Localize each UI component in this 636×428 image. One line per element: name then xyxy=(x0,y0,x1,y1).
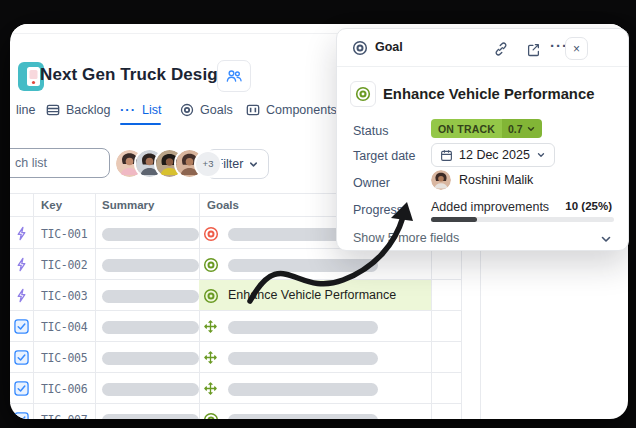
owner-value[interactable]: Roshini Malik xyxy=(431,170,533,190)
issue-key[interactable]: TIC-001 xyxy=(41,227,87,241)
goal-placeholder xyxy=(228,414,378,420)
goal-icon xyxy=(203,319,219,335)
open-in-new-icon[interactable] xyxy=(523,39,543,59)
summary-placeholder xyxy=(102,383,199,396)
tab-goals-label: Goals xyxy=(200,103,233,117)
components-icon xyxy=(246,103,260,117)
avatar xyxy=(431,170,451,190)
table-row[interactable]: TIC-002 xyxy=(10,249,461,280)
goal-placeholder xyxy=(228,259,378,272)
goal-icon-box xyxy=(350,81,376,107)
table-row[interactable]: TIC-006 xyxy=(10,373,461,404)
goal-title: Enhance Vehicle Performance xyxy=(383,81,594,107)
avatar-group[interactable]: +3 xyxy=(116,150,220,177)
progress-label: Progress xyxy=(353,203,403,217)
issue-key[interactable]: TIC-004 xyxy=(41,320,87,334)
table-row[interactable]: TIC-003 Enhance Vehicle Performance xyxy=(10,280,461,311)
issue-type-icon xyxy=(14,412,30,419)
goal-target-icon xyxy=(180,103,194,117)
goal-placeholder xyxy=(228,383,378,396)
popup-type-label: Goal xyxy=(375,40,403,54)
summary-placeholder xyxy=(102,352,199,365)
list-icon: ··· xyxy=(120,102,136,117)
progress-bar xyxy=(431,217,614,222)
issue-type-icon xyxy=(14,350,30,366)
issue-type-icon xyxy=(14,381,30,397)
search-input[interactable]: ch list xyxy=(10,148,110,178)
owner-name: Roshini Malik xyxy=(459,173,533,187)
tab-goals[interactable]: Goals xyxy=(180,98,233,122)
summary-placeholder xyxy=(102,259,199,272)
issue-type-icon xyxy=(14,319,30,335)
calendar-icon xyxy=(440,149,453,162)
column-header-summary[interactable]: Summary xyxy=(102,199,154,211)
issue-type-icon xyxy=(14,257,30,273)
goal-icon xyxy=(203,226,219,242)
progress-metric-name: Added improvements xyxy=(431,200,549,214)
tab-timeline-label: line xyxy=(16,103,35,117)
table-row[interactable]: TIC-005 xyxy=(10,342,461,373)
target-date-label: Target date xyxy=(353,149,416,163)
page-title: Next Gen Truck Design xyxy=(40,60,228,90)
tab-backlog-label: Backlog xyxy=(66,103,110,117)
goal-icon xyxy=(203,381,219,397)
tab-list-label: List xyxy=(142,103,161,117)
chevron-down-icon xyxy=(536,150,546,160)
avatar-overflow-badge[interactable]: +3 xyxy=(196,152,220,176)
share-team-button[interactable] xyxy=(217,60,251,92)
issue-key[interactable]: TIC-006 xyxy=(41,382,87,396)
goal-icon xyxy=(203,288,219,304)
goal-placeholder xyxy=(228,352,378,365)
goal-placeholder xyxy=(228,321,378,334)
chevron-down-icon xyxy=(526,124,536,134)
chevron-down-icon[interactable] xyxy=(600,233,612,245)
target-date-button[interactable]: 12 Dec 2025 xyxy=(431,143,555,167)
table-row[interactable]: TIC-007 xyxy=(10,404,461,419)
tab-components-label: Components xyxy=(266,103,337,117)
tab-components[interactable]: Components xyxy=(246,98,337,122)
goal-popup: Goal ··· × Enhance Vehicle Performance S… xyxy=(336,28,629,251)
status-label: Status xyxy=(353,124,388,138)
tab-timeline[interactable]: line xyxy=(16,98,35,122)
goal-icon xyxy=(203,412,219,420)
target-date-value: 12 Dec 2025 xyxy=(459,148,530,162)
goal-link[interactable]: Enhance Vehicle Performance xyxy=(228,288,396,302)
progress-bar-fill xyxy=(431,217,477,222)
column-header-key[interactable]: Key xyxy=(41,199,62,211)
status-score: 0.7 xyxy=(508,123,523,135)
tab-backlog[interactable]: Backlog xyxy=(46,98,110,122)
copy-link-icon[interactable] xyxy=(491,39,511,59)
show-more-fields[interactable]: Show 5 more fields xyxy=(353,231,459,245)
column-header-goals[interactable]: Goals xyxy=(207,199,239,211)
close-icon[interactable]: × xyxy=(565,37,588,60)
issue-key[interactable]: TIC-003 xyxy=(41,289,87,303)
issue-key[interactable]: TIC-005 xyxy=(41,351,87,365)
owner-label: Owner xyxy=(353,176,390,190)
issue-type-icon xyxy=(14,288,30,304)
status-badge-text: ON TRACK xyxy=(431,119,502,138)
goal-icon xyxy=(203,350,219,366)
goal-icon xyxy=(203,257,219,273)
summary-placeholder xyxy=(102,228,199,241)
issue-key[interactable]: TIC-002 xyxy=(41,258,87,272)
table-row[interactable]: TIC-004 xyxy=(10,311,461,342)
summary-placeholder xyxy=(102,414,199,420)
goal-target-icon xyxy=(352,40,368,56)
chevron-down-icon xyxy=(248,159,259,170)
people-icon xyxy=(225,67,243,85)
summary-placeholder xyxy=(102,321,199,334)
issue-key[interactable]: TIC-007 xyxy=(41,413,87,419)
progress-value: 10 (25%) xyxy=(565,200,612,212)
summary-placeholder xyxy=(102,290,199,303)
backlog-icon xyxy=(46,103,60,117)
status-badge[interactable]: ON TRACK 0.7 xyxy=(431,119,542,138)
issue-type-icon xyxy=(14,226,30,242)
tab-list[interactable]: ··· List xyxy=(120,98,161,122)
popup-header: Goal ··· × xyxy=(337,29,628,67)
